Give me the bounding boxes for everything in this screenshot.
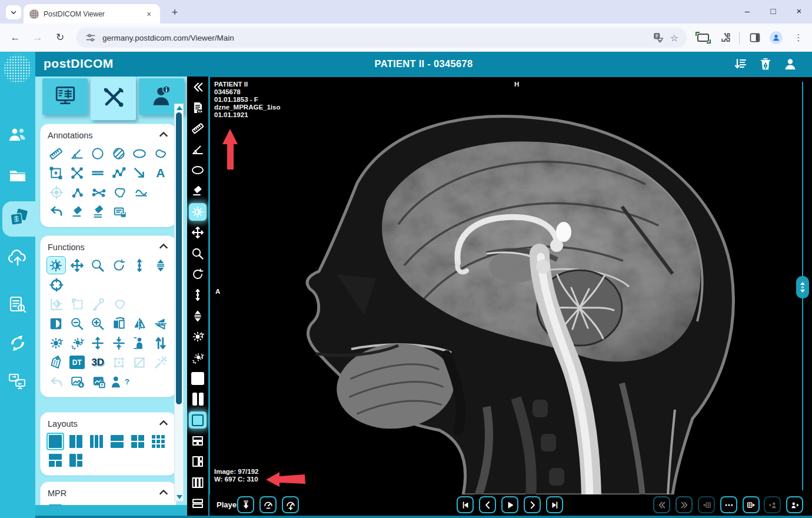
zoom-out-tool[interactable] (68, 314, 87, 333)
export-image-tool[interactable] (89, 373, 108, 391)
trash-icon[interactable] (757, 56, 774, 72)
zoom-in-tool[interactable] (88, 314, 108, 333)
layout-1-top-2-bottom-button[interactable] (189, 432, 207, 449)
collapse-chevron-icon[interactable] (158, 488, 169, 499)
scroll-up-arrow[interactable] (177, 106, 182, 110)
stack-scroll-tool[interactable] (151, 256, 171, 274)
sidebar-item-folders[interactable] (0, 160, 35, 193)
more-options-button[interactable] (720, 496, 737, 513)
collapse-vertical-tool[interactable] (109, 334, 129, 352)
magnify-tool[interactable] (88, 256, 108, 274)
stack-scroll-button[interactable] (189, 307, 207, 324)
panel-scroll-thumb[interactable] (176, 112, 182, 404)
next-image-button[interactable] (524, 496, 541, 513)
ellipse-tool[interactable] (130, 144, 149, 162)
layout-1x2-white-button[interactable] (189, 391, 207, 408)
cobb-angle-tool[interactable] (89, 183, 108, 201)
rotate-tool[interactable] (109, 256, 129, 274)
reload-button[interactable]: ↻ (52, 29, 68, 46)
reset-window-level-tool[interactable] (68, 334, 87, 352)
closed-freehand-tool[interactable] (110, 183, 129, 201)
next-patient-button[interactable] (786, 496, 803, 513)
eraser-tool[interactable] (68, 202, 87, 221)
layout-1x1[interactable] (46, 433, 64, 450)
play-button[interactable] (501, 496, 518, 513)
circle-tool[interactable] (88, 144, 108, 162)
layout-2x2[interactable] (129, 433, 147, 450)
tab-viewer-settings[interactable] (42, 78, 88, 115)
sidebar-item-users[interactable] (0, 119, 35, 152)
open-angle-tool[interactable] (68, 183, 87, 201)
window-minimize-button[interactable]: – (734, 0, 760, 22)
tab-close-icon[interactable]: × (144, 9, 154, 19)
browser-menu-icon[interactable]: ⋮ (791, 31, 806, 45)
site-settings-icon[interactable] (85, 32, 96, 44)
spline-tool[interactable] (131, 183, 151, 201)
rotate-button[interactable] (189, 265, 207, 283)
parallel-lines-tool[interactable] (88, 164, 108, 182)
window-level-button[interactable] (189, 203, 207, 220)
ruler-tool-button[interactable] (189, 120, 207, 137)
expand-vertical-tool[interactable] (88, 334, 108, 352)
layout-3x3[interactable] (149, 433, 167, 450)
collapse-chevron-icon[interactable] (158, 130, 169, 141)
current-layout-button[interactable] (189, 411, 207, 429)
arrow-annotation-tool[interactable] (130, 164, 149, 182)
undo-annotation-tool[interactable] (46, 202, 66, 221)
flip-vertical-tool[interactable] (151, 314, 171, 333)
magnify-button[interactable] (189, 245, 207, 262)
flip-page-tool[interactable] (109, 314, 129, 333)
pan-tool[interactable] (68, 256, 87, 274)
translate-icon[interactable] (653, 32, 664, 44)
rect-roi-tool[interactable] (46, 164, 66, 182)
eraser-tool-button[interactable] (189, 182, 207, 200)
angle-tool[interactable] (68, 144, 87, 162)
ellipse-tool-button[interactable] (189, 162, 207, 179)
back-button[interactable]: ← (7, 29, 24, 46)
tag-tool[interactable] (46, 353, 66, 371)
invert-tool[interactable] (46, 314, 66, 333)
layout-2x1[interactable] (108, 433, 126, 450)
scroll-button[interactable] (189, 287, 207, 304)
collapse-panel-button[interactable] (189, 78, 207, 95)
tab-tools[interactable] (91, 77, 136, 120)
sort-updown-tool[interactable] (151, 334, 171, 352)
layout-1x2[interactable] (67, 433, 85, 450)
freehand-tool[interactable] (151, 144, 171, 162)
collapse-chevron-icon[interactable] (158, 242, 169, 253)
reset-tool[interactable] (46, 334, 66, 352)
ruler-tool[interactable] (46, 144, 66, 162)
flip-horizontal-tool[interactable] (130, 314, 149, 333)
report-button[interactable] (189, 99, 207, 116)
reset-window-level-button[interactable] (189, 349, 207, 366)
reference-crosshair-tool[interactable] (46, 275, 66, 294)
tab-search-chevron-icon[interactable] (6, 5, 21, 19)
scroll-down-arrow[interactable] (177, 495, 182, 499)
fit-to-height-tool[interactable] (130, 334, 149, 352)
panel-scrollbar[interactable] (174, 104, 184, 502)
text-annotation-tool[interactable]: A (151, 164, 171, 182)
layout-1-top-2-bottom[interactable] (46, 451, 64, 469)
save-annotations-tool[interactable] (110, 202, 129, 221)
collapse-chevron-icon[interactable] (158, 419, 169, 429)
side-panel-icon[interactable] (747, 31, 763, 45)
url-bar[interactable]: germany.postdicom.com/Viewer/Main ☆ (76, 28, 687, 48)
window-level-tool[interactable] (46, 256, 66, 274)
speed-down-button[interactable] (259, 496, 277, 513)
tab-capture-icon[interactable] (695, 31, 711, 45)
polyline-tool[interactable] (109, 164, 129, 182)
dt-tool[interactable]: DT (68, 353, 87, 371)
image-viewport[interactable]: PATIENT II 0345678 01.01.1853 - F dzne_M… (209, 77, 812, 494)
layout-1x3-button[interactable] (189, 474, 207, 491)
caliper-cross-tool[interactable] (68, 164, 87, 182)
pan-button[interactable] (189, 224, 207, 241)
browser-tab[interactable]: PostDICOM Viewer × (24, 4, 160, 24)
sort-download-icon[interactable] (732, 56, 750, 72)
next-layout-button[interactable] (743, 496, 760, 513)
sidebar-item-share[interactable] (0, 366, 35, 399)
account-icon[interactable] (781, 56, 799, 72)
speed-up-button[interactable] (282, 496, 299, 513)
sidebar-item-upload[interactable] (0, 243, 35, 275)
window-close-button[interactable]: × (786, 0, 812, 22)
sidebar-item-worklist[interactable] (0, 290, 35, 323)
